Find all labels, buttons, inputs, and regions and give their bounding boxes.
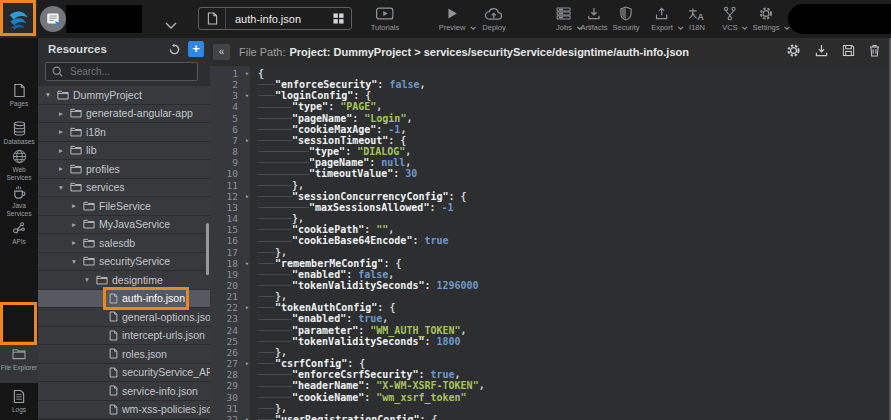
collapse-panel-button[interactable]: « <box>213 44 230 60</box>
save-button[interactable] <box>842 43 855 61</box>
menu-item-export[interactable]: Export <box>651 5 673 32</box>
code-line-12[interactable]: "sessionConcurrencyConfig": { <box>258 191 891 202</box>
code-line-13[interactable]: "maxSessionsAllowed": -1 <box>258 202 891 213</box>
chevron-collapsed-icon[interactable]: ▸ <box>59 146 70 155</box>
chevron-collapsed-icon[interactable]: ▸ <box>59 127 70 136</box>
menu-item-deploy[interactable]: Deploy <box>482 5 505 32</box>
code-line-22[interactable]: "tokenAuthConfig": { <box>258 302 891 313</box>
code-line-25[interactable]: "tokenValiditySeconds": 1800 <box>258 336 891 347</box>
code-line-2[interactable]: "enforceSecurity": false, <box>258 79 891 90</box>
chevron-down-icon[interactable] <box>469 16 476 34</box>
tree-folder-i18n[interactable]: ▸i18n <box>38 123 210 142</box>
code-line-1[interactable]: { <box>258 68 891 79</box>
chevron-expanded-icon[interactable]: ▾ <box>85 275 96 284</box>
menu-item-vcs[interactable]: VCS <box>722 5 737 32</box>
code-line-27[interactable]: "csrfConfig": { <box>258 358 891 369</box>
tree-file-intercept-urls.json[interactable]: intercept-urls.json <box>38 327 210 346</box>
code-line-30[interactable]: "cookieName": "wm_xsrf_token" <box>258 392 891 403</box>
chevron-collapsed-icon[interactable]: ▸ <box>59 164 70 173</box>
grid-icon[interactable] <box>325 13 351 24</box>
code-line-23[interactable]: "enabled": true, <box>258 313 891 324</box>
download-button[interactable] <box>815 43 828 61</box>
code-content[interactable]: {"enforceSecurity": false,"loginConfig":… <box>250 66 891 420</box>
code-line-18[interactable]: "rememberMeConfig": { <box>258 258 891 269</box>
code-line-4[interactable]: "type": "PAGE", <box>258 101 891 112</box>
search-box[interactable] <box>45 62 198 81</box>
code-line-11[interactable]: }, <box>258 180 891 191</box>
chevron-collapsed-icon[interactable]: ▸ <box>72 201 83 210</box>
tree-folder-DummyProject[interactable]: ▾DummyProject <box>38 86 210 105</box>
tree-folder-services[interactable]: ▾services <box>38 179 210 198</box>
sidebar-item-file-explorer[interactable]: File Explorer <box>0 341 38 383</box>
code-line-7[interactable]: "sessionTimeout": { <box>258 135 891 146</box>
chevron-collapsed-icon[interactable]: ▸ <box>72 220 83 229</box>
tree-folder-generated-angular-app[interactable]: ▸generated-angular-app <box>38 105 210 124</box>
fold-toggle-icon[interactable]: ▾ <box>245 415 249 420</box>
tree-file-service-info.json[interactable]: service-info.json <box>38 382 210 401</box>
code-line-16[interactable]: "cookieBase64Encode": true <box>258 235 891 246</box>
refresh-icon[interactable] <box>168 43 181 56</box>
code-line-29[interactable]: "headerName": "X-WM-XSRF-TOKEN", <box>258 380 891 391</box>
wavemaker-logo[interactable] <box>0 0 37 38</box>
code-line-9[interactable]: "pageName": null, <box>258 157 891 168</box>
code-line-8[interactable]: "type": "DIALOG", <box>258 146 891 157</box>
code-line-5[interactable]: "pageName": "Login", <box>258 113 891 124</box>
menu-item-preview[interactable]: Preview <box>439 5 466 32</box>
tree-folder-lib[interactable]: ▸lib <box>38 142 210 161</box>
sidebar-item-web-services[interactable]: Web Services <box>0 148 38 181</box>
code-line-10[interactable]: "timeoutValue": 30 <box>258 168 891 179</box>
code-line-15[interactable]: "cookiePath": "", <box>258 224 891 235</box>
menu-item-artifacts[interactable]: Artifacts <box>580 5 607 32</box>
menu-item-tutorials[interactable]: Tutorials <box>371 5 399 32</box>
tree-file-roles.json[interactable]: roles.json <box>38 345 210 364</box>
chevron-down-icon[interactable] <box>742 16 749 34</box>
code-line-20[interactable]: "tokenValiditySeconds": 1296000 <box>258 280 891 291</box>
tree-file-auth-info.json[interactable]: auth-info.json <box>38 290 210 309</box>
tree-folder-salesdb[interactable]: ▸salesdb <box>38 234 210 253</box>
add-resource-button[interactable]: + <box>188 41 204 57</box>
search-input[interactable] <box>68 65 191 78</box>
code-line-24[interactable]: "parameter": "WM_AUTH_TOKEN", <box>258 325 891 336</box>
sidebar-item-logs[interactable]: Logs <box>0 388 38 414</box>
code-line-3[interactable]: "loginConfig": { <box>258 90 891 101</box>
delete-button[interactable] <box>869 43 880 61</box>
code-line-31[interactable]: }, <box>258 403 891 414</box>
code-line-17[interactable]: }, <box>258 247 891 258</box>
token: "loginConfig" <box>275 90 353 101</box>
sidebar-item-pages[interactable]: Pages <box>0 82 38 108</box>
project-avatar[interactable] <box>40 6 66 32</box>
tree-folder-profiles[interactable]: ▸profiles <box>38 160 210 179</box>
sidebar-item-databases[interactable]: Databases <box>0 120 38 146</box>
chevron-expanded-icon[interactable]: ▾ <box>59 183 70 192</box>
chevron-down-icon[interactable] <box>677 16 684 34</box>
menu-item-security[interactable]: Security <box>612 5 639 32</box>
tree-file-securityService_API.json[interactable]: securityService_API.json <box>38 364 210 383</box>
chevron-expanded-icon[interactable]: ▾ <box>46 90 57 99</box>
tree-folder-designtime[interactable]: ▾designtime <box>38 271 210 290</box>
indent-guide <box>258 135 292 146</box>
code-line-6[interactable]: "cookieMaxAge": -1, <box>258 124 891 135</box>
chevron-collapsed-icon[interactable]: ▸ <box>72 238 83 247</box>
code-line-19[interactable]: "enabled": false, <box>258 269 891 280</box>
menu-item-i18n[interactable]: AI18N <box>688 5 706 32</box>
code-line-26[interactable]: }, <box>258 347 891 358</box>
tree-file-wm-xss-policies.json[interactable]: wm-xss-policies.json <box>38 401 210 420</box>
code-line-14[interactable]: }, <box>258 213 891 224</box>
tree-folder-securityService[interactable]: ▾securityService <box>38 253 210 272</box>
code-line-28[interactable]: "enforceCsrfSecurity": true, <box>258 369 891 380</box>
project-chevron-down-icon[interactable] <box>165 15 177 33</box>
open-file-tab[interactable]: auth-info.json <box>198 7 352 30</box>
code-line-32[interactable]: "userRegistrationConfig": { <box>258 414 891 420</box>
code-line-21[interactable]: }, <box>258 291 891 302</box>
sidebar-item-java-services[interactable]: Java Services <box>0 184 38 217</box>
chevron-collapsed-icon[interactable]: ▸ <box>59 109 70 118</box>
menu-item-jobs[interactable]: Jobs <box>556 5 572 32</box>
chevron-expanded-icon[interactable]: ▾ <box>72 257 83 266</box>
menu-item-settings[interactable]: Settings <box>752 5 779 32</box>
resources-scrollbar-thumb[interactable] <box>206 223 209 275</box>
tree-folder-FileService[interactable]: ▸FileService <box>38 197 210 216</box>
tree-file-general-options.json[interactable]: general-options.json <box>38 308 210 327</box>
tree-folder-MyJavaService[interactable]: ▸MyJavaService <box>38 216 210 235</box>
settings-button[interactable] <box>786 43 801 62</box>
sidebar-item-apis[interactable]: APIs <box>0 220 38 246</box>
